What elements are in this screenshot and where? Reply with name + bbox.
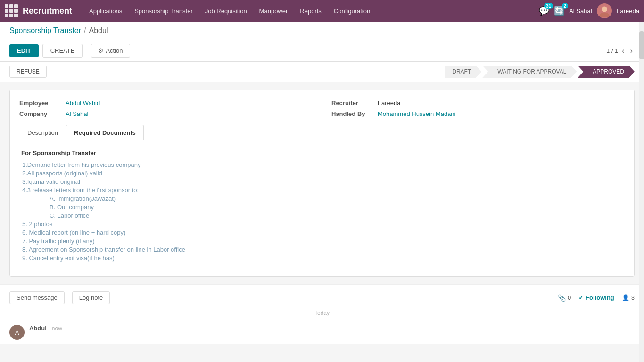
tab-required-documents[interactable]: Required Documents xyxy=(66,125,144,140)
toolbar: EDIT CREATE ⚙ Action 1 / 1 ‹ › xyxy=(0,40,644,62)
list-item: A. Immigration(Jawazat) xyxy=(21,195,623,202)
documents-heading: For Sponsorship Transfer xyxy=(21,149,623,156)
status-pipeline: DRAFT WAITING FOR APPROVAL APPROVED xyxy=(445,66,635,78)
message-meta: 📎 0 ✓ Following 👤 3 xyxy=(558,294,635,302)
action-label: Action xyxy=(106,47,123,54)
today-divider: Today xyxy=(9,310,635,316)
paperclip-icon: 📎 xyxy=(558,294,566,302)
edit-button[interactable]: EDIT xyxy=(9,44,39,57)
topnav-right: 💬 31 🔄 2 Al Sahal Fareeda xyxy=(539,3,639,18)
message-actions: Send message Log note 📎 0 ✓ Following 👤 … xyxy=(9,291,635,304)
followers-count-value: 3 xyxy=(631,294,635,301)
following-button[interactable]: ✓ Following xyxy=(578,294,614,301)
messages-badge[interactable]: 💬 31 xyxy=(539,6,549,16)
status-step-waiting[interactable]: WAITING FOR APPROVAL xyxy=(482,66,577,78)
company-label: Company xyxy=(19,110,62,117)
recruiter-label: Recruiter xyxy=(331,99,374,107)
pagination-prev[interactable]: ‹ xyxy=(620,46,626,56)
status-step-approved[interactable]: APPROVED xyxy=(578,66,635,78)
attachments-count[interactable]: 📎 0 xyxy=(558,294,571,302)
list-item: 8. Agreement on Sponsorship transfer on … xyxy=(21,246,623,253)
create-button[interactable]: CREATE xyxy=(42,44,83,58)
list-item: 4.3 release letters from the first spons… xyxy=(21,187,623,194)
company-field: Company Al Sahal xyxy=(19,110,313,117)
list-item: 3.Iqama valid original xyxy=(21,178,623,185)
handled-by-label: Handled By xyxy=(331,110,374,117)
svg-point-1 xyxy=(599,13,609,18)
tab-required-documents-label: Required Documents xyxy=(74,129,136,136)
person-icon: 👤 xyxy=(622,294,629,301)
messages-count: 31 xyxy=(544,3,553,9)
comment-time: - now xyxy=(48,325,62,332)
menu-applications[interactable]: Applications xyxy=(83,5,128,17)
record-card: Employee Abdul Wahid Recruiter Fareeda C… xyxy=(9,90,635,277)
checkmark-icon: ✓ xyxy=(578,294,584,301)
list-item: 2.All passports (original) valid xyxy=(21,170,623,177)
documents-list: 1.Demand letter from his previous compan… xyxy=(21,161,623,262)
status-waiting-label: WAITING FOR APPROVAL xyxy=(497,68,566,75)
record-fields: Employee Abdul Wahid Recruiter Fareeda C… xyxy=(19,99,625,117)
recruiter-value: Fareeda xyxy=(378,99,400,107)
main-content: Employee Abdul Wahid Recruiter Fareeda C… xyxy=(0,82,644,284)
employee-label: Employee xyxy=(19,99,62,107)
tab-description-label: Description xyxy=(27,129,58,136)
breadcrumb: Sponsorship Transfer / Abdul xyxy=(0,22,644,40)
scrollbar-thumb[interactable] xyxy=(639,31,644,59)
log-note-button[interactable]: Log note xyxy=(72,291,110,304)
status-step-draft[interactable]: DRAFT xyxy=(445,66,481,78)
list-item: C. Labor office xyxy=(21,212,623,219)
action-button[interactable]: ⚙ Action xyxy=(91,44,130,58)
list-item: 7. Pay traffic plenty (if any) xyxy=(21,238,623,245)
company-value[interactable]: Al Sahal xyxy=(66,110,88,117)
recruiter-field: Recruiter Fareeda xyxy=(331,99,625,107)
menu-reports[interactable]: Reports xyxy=(294,5,327,17)
refresh-count: 2 xyxy=(562,3,569,9)
commenter-name: Abdul xyxy=(29,325,47,332)
followers-count[interactable]: 👤 3 xyxy=(622,294,635,301)
documents-section: For Sponsorship Transfer 1.Demand letter… xyxy=(19,146,625,267)
list-item: 1.Demand letter from his previous compan… xyxy=(21,161,623,168)
menu-manpower[interactable]: Manpower xyxy=(254,5,294,17)
tab-description[interactable]: Description xyxy=(19,125,66,140)
list-item: B. Our company xyxy=(21,204,623,211)
top-navigation: Recruitment Applications Sponsorship Tra… xyxy=(0,0,644,22)
scrollbar-track[interactable] xyxy=(639,22,644,344)
comment-row: A Abdul - now xyxy=(9,321,635,344)
following-label: Following xyxy=(586,294,614,301)
list-item: 6. Medical report (on line + hard copy) xyxy=(21,229,623,236)
gear-icon: ⚙ xyxy=(98,47,104,54)
menu-sponsorship-transfer[interactable]: Sponsorship Transfer xyxy=(129,5,198,17)
pagination-next[interactable]: › xyxy=(628,46,635,56)
handled-by-value[interactable]: Mohammed Hussein Madani xyxy=(378,110,455,117)
app-grid-icon[interactable] xyxy=(5,4,18,17)
list-item: 5. 2 photos xyxy=(21,221,623,228)
commenter-avatar: A xyxy=(9,325,25,340)
top-menu: Applications Sponsorship Transfer Job Re… xyxy=(83,5,536,17)
handled-by-field: Handled By Mohammed Hussein Madani xyxy=(331,110,625,117)
employee-value[interactable]: Abdul Wahid xyxy=(66,99,100,107)
menu-configuration[interactable]: Configuration xyxy=(328,5,376,17)
menu-job-requisition[interactable]: Job Requisition xyxy=(199,5,253,17)
status-draft-label: DRAFT xyxy=(452,68,471,75)
refuse-button[interactable]: REFUSE xyxy=(9,66,47,78)
refresh-badge[interactable]: 🔄 2 xyxy=(554,6,564,16)
send-message-button[interactable]: Send message xyxy=(9,291,65,304)
breadcrumb-current: Abdul xyxy=(89,26,108,35)
pagination: 1 / 1 ‹ › xyxy=(606,46,635,56)
pagination-text: 1 / 1 xyxy=(606,47,618,54)
breadcrumb-parent[interactable]: Sponsorship Transfer xyxy=(9,26,81,35)
status-bar: REFUSE DRAFT WAITING FOR APPROVAL APPROV… xyxy=(0,62,644,82)
today-label: Today xyxy=(310,310,334,316)
app-brand: Recruitment xyxy=(23,6,72,16)
breadcrumb-separator: / xyxy=(84,26,86,35)
comment-content: Abdul - now xyxy=(29,325,62,332)
employee-field: Employee Abdul Wahid xyxy=(19,99,313,107)
user-avatar[interactable] xyxy=(597,3,612,18)
tabs: Description Required Documents xyxy=(19,125,625,140)
svg-point-0 xyxy=(601,6,607,12)
status-approved-label: APPROVED xyxy=(593,68,624,75)
attachment-count-value: 0 xyxy=(568,294,571,301)
username-label: Al Sahal xyxy=(569,8,592,15)
list-item: 9. Cancel entry exit visa(if he has) xyxy=(21,255,623,262)
message-footer: Send message Log note 📎 0 ✓ Following 👤 … xyxy=(0,284,644,344)
